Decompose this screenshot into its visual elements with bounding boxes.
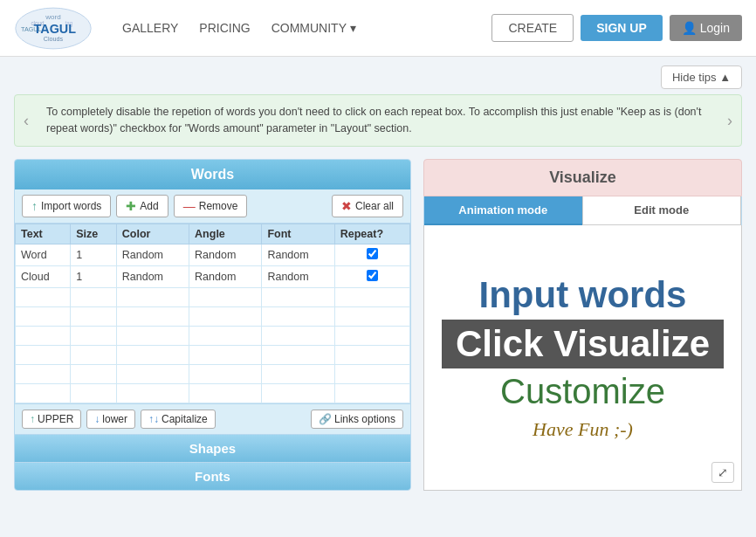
svg-text:TAGUL: TAGUL bbox=[34, 21, 77, 35]
hide-tips-button[interactable]: Hide tips ▲ bbox=[661, 65, 742, 89]
svg-text:word: word bbox=[45, 12, 61, 20]
table-row: Word 1 Random Random Random bbox=[16, 244, 410, 265]
two-col-layout: Words ↑ Import words ✚ Add — Remove ✖ bbox=[14, 159, 742, 491]
words-panel-title: Words bbox=[15, 160, 410, 189]
main-content: Hide tips ▲ ‹ To completely disable the … bbox=[0, 57, 756, 499]
add-word-button[interactable]: ✚ Add bbox=[116, 195, 168, 217]
word-repeat-2 bbox=[334, 265, 409, 287]
words-bottom-toolbar: ↑ UPPER ↓ lower ↑↓ Capitalize 🔗 Links op… bbox=[15, 403, 410, 434]
col-color: Color bbox=[116, 224, 189, 244]
visualize-panel: Visualize Animation mode Edit mode Input… bbox=[423, 159, 742, 491]
fullscreen-icon: ⤢ bbox=[718, 465, 728, 479]
capitalize-label: Capitalize bbox=[162, 413, 208, 425]
signup-button[interactable]: SIGN UP bbox=[581, 15, 663, 41]
tip-text: To completely disable the repetion of wo… bbox=[46, 104, 710, 137]
viz-customize: Customize bbox=[500, 372, 665, 411]
import-icon: ↑ bbox=[31, 199, 38, 213]
repeat-checkbox-2[interactable] bbox=[367, 270, 378, 281]
words-panel: Words ↑ Import words ✚ Add — Remove ✖ bbox=[14, 159, 411, 491]
nav-pricing[interactable]: PRICING bbox=[199, 21, 250, 35]
viz-fun-text: Have Fun ;-) bbox=[533, 418, 633, 441]
import-words-label: Import words bbox=[41, 200, 101, 212]
col-repeat: Repeat? bbox=[334, 224, 409, 244]
word-repeat-1 bbox=[334, 244, 409, 265]
words-toolbar: ↑ Import words ✚ Add — Remove ✖ Clear al… bbox=[15, 189, 410, 224]
tab-animation-mode[interactable]: Animation mode bbox=[424, 196, 582, 225]
word-font-2[interactable]: Random bbox=[262, 265, 334, 287]
col-angle: Angle bbox=[189, 224, 262, 244]
table-row-empty-6 bbox=[16, 383, 410, 403]
word-color-2[interactable]: Random bbox=[116, 265, 189, 287]
remove-icon: — bbox=[183, 199, 196, 213]
fullscreen-button[interactable]: ⤢ bbox=[711, 462, 734, 483]
header: word cloud tag TAGUL TAGUL Clouds GALLER… bbox=[0, 0, 756, 57]
word-text-1[interactable]: Word bbox=[16, 244, 71, 265]
capitalize-button[interactable]: ↑↓ Capitalize bbox=[141, 410, 216, 429]
upper-icon: ↑ bbox=[30, 413, 35, 425]
login-button[interactable]: 👤 Login bbox=[670, 15, 742, 41]
links-label: Links options bbox=[334, 413, 395, 425]
viz-click-visualize: Click Visualize bbox=[442, 320, 724, 368]
upper-label: UPPER bbox=[38, 413, 73, 425]
table-row-empty-4 bbox=[16, 345, 410, 364]
tab-edit-mode[interactable]: Edit mode bbox=[582, 196, 742, 225]
tip-next-icon[interactable]: › bbox=[727, 108, 732, 132]
word-size-1[interactable]: 1 bbox=[71, 244, 117, 265]
word-color-1[interactable]: Random bbox=[116, 244, 189, 265]
words-table: Text Size Color Angle Font Repeat? Word … bbox=[15, 224, 410, 403]
word-font-1[interactable]: Random bbox=[262, 244, 334, 265]
shapes-section[interactable]: Shapes bbox=[15, 434, 410, 462]
create-button[interactable]: CREATE bbox=[491, 14, 574, 42]
word-angle-2[interactable]: Random bbox=[189, 265, 262, 287]
col-size: Size bbox=[71, 224, 117, 244]
clear-label: Clear all bbox=[355, 200, 394, 212]
nav-gallery[interactable]: GALLERY bbox=[122, 21, 178, 35]
capitalize-icon: ↑↓ bbox=[148, 413, 159, 425]
add-icon: ✚ bbox=[126, 199, 136, 213]
add-label: Add bbox=[140, 200, 158, 212]
svg-text:Clouds: Clouds bbox=[44, 34, 64, 42]
repeat-checkbox-1[interactable] bbox=[367, 248, 378, 259]
table-row-empty-2 bbox=[16, 306, 410, 326]
visualize-title: Visualize bbox=[423, 159, 742, 196]
links-icon: 🔗 bbox=[319, 413, 332, 425]
fonts-section[interactable]: Fonts bbox=[15, 462, 410, 490]
table-row-empty-3 bbox=[16, 326, 410, 345]
clear-all-button[interactable]: ✖ Clear all bbox=[332, 195, 403, 217]
clear-icon: ✖ bbox=[341, 199, 352, 213]
table-row: Cloud 1 Random Random Random bbox=[16, 265, 410, 287]
tip-box: ‹ To completely disable the repetion of … bbox=[14, 94, 742, 147]
login-label: Login bbox=[700, 21, 730, 35]
col-text: Text bbox=[16, 224, 71, 244]
logo-area[interactable]: word cloud tag TAGUL TAGUL Clouds bbox=[14, 4, 96, 52]
col-font: Font bbox=[262, 224, 334, 244]
word-angle-1[interactable]: Random bbox=[189, 244, 262, 265]
nav-community[interactable]: COMMUNITY ▾ bbox=[271, 21, 356, 35]
links-options-button[interactable]: 🔗 Links options bbox=[311, 410, 403, 429]
tip-prev-icon[interactable]: ‹ bbox=[24, 108, 29, 132]
table-row-empty-1 bbox=[16, 287, 410, 306]
nav-links: GALLERY PRICING COMMUNITY ▾ bbox=[122, 21, 491, 35]
lower-label: lower bbox=[102, 413, 127, 425]
visualize-content: Input words Click Visualize Customize Ha… bbox=[423, 225, 742, 491]
lower-icon: ↓ bbox=[94, 413, 100, 425]
hide-tips-bar: Hide tips ▲ bbox=[14, 65, 742, 89]
user-icon: 👤 bbox=[682, 21, 697, 35]
visualize-tabs: Animation mode Edit mode bbox=[423, 196, 742, 225]
remove-word-button[interactable]: — Remove bbox=[174, 195, 248, 217]
viz-input-words: Input words bbox=[479, 274, 687, 316]
table-row-empty-5 bbox=[16, 364, 410, 383]
header-actions: CREATE SIGN UP 👤 Login bbox=[491, 14, 742, 42]
word-size-2[interactable]: 1 bbox=[71, 265, 117, 287]
upper-button[interactable]: ↑ UPPER bbox=[22, 410, 81, 429]
import-words-button[interactable]: ↑ Import words bbox=[22, 195, 111, 217]
lower-button[interactable]: ↓ lower bbox=[86, 410, 135, 429]
remove-label: Remove bbox=[199, 200, 238, 212]
word-text-2[interactable]: Cloud bbox=[16, 265, 71, 287]
